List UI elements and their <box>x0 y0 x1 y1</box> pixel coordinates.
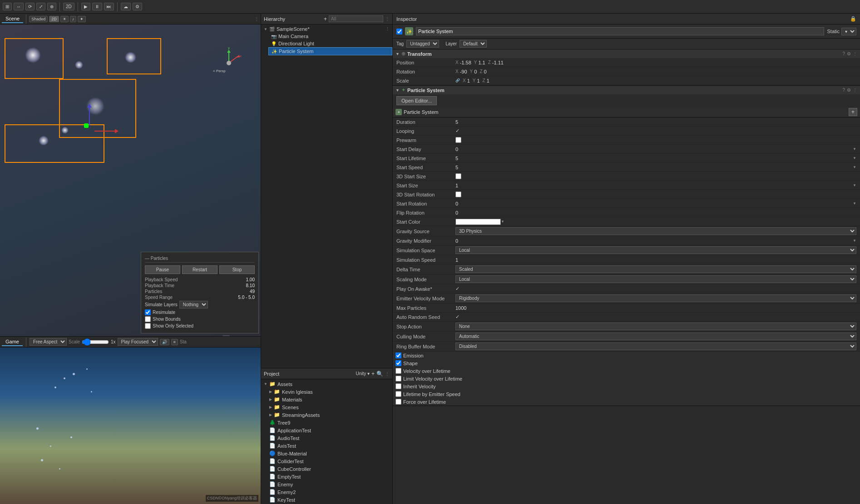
show-only-selected-checkbox[interactable] <box>145 323 151 329</box>
play-mode-select[interactable]: Play Focused <box>118 338 158 346</box>
simulation-space-select[interactable]: Local <box>455 246 856 254</box>
game-tab[interactable]: Game <box>2 338 23 346</box>
toolbar-pause-btn[interactable]: ⏸ <box>92 3 102 10</box>
emission-checkbox[interactable] <box>395 352 401 358</box>
culling-mode-select[interactable]: Automatic <box>455 333 856 340</box>
scene-view[interactable]: Scene Shaded 2D ☀ ♪ ✦ ⋮ <box>0 14 261 336</box>
ps-add-btn[interactable]: + <box>849 108 857 116</box>
start-size-dropdown-icon[interactable]: ▼ <box>853 183 856 187</box>
toolbar-play-btn[interactable]: ▶ <box>81 3 90 10</box>
3d-start-rotation-checkbox[interactable] <box>455 191 461 197</box>
stats-btn[interactable]: ≡ <box>171 339 178 345</box>
aspect-select[interactable]: Free Aspect <box>30 338 67 346</box>
proj-collider[interactable]: 📄 ColliderTest <box>261 457 392 465</box>
velocity-lifetime-section[interactable]: Velocity over Lifetime <box>393 367 860 375</box>
transform-header[interactable]: ▼ ⊕ Transform ? ⚙ ⋮ <box>393 49 860 58</box>
toolbar-rect-btn[interactable]: ⊕ <box>47 3 56 10</box>
object-active-checkbox[interactable] <box>396 29 402 34</box>
proj-kevin[interactable]: ▶ 📁 Kevin Iglesias <box>261 388 392 396</box>
scaling-mode-select[interactable]: Local <box>455 275 856 283</box>
project-unity-label[interactable]: Unity ▾ <box>356 371 370 376</box>
hierarchy-add-btn[interactable]: + <box>324 16 327 22</box>
ps-more-icon[interactable]: ⋮ <box>853 88 857 93</box>
transform-settings-icon[interactable]: ⚙ <box>847 51 851 56</box>
proj-empty[interactable]: 📄 EmptyTest <box>261 473 392 480</box>
start-lifetime-dropdown-icon[interactable]: ▼ <box>853 156 856 160</box>
start-delay-dropdown-icon[interactable]: ▼ <box>853 147 856 151</box>
velocity-lifetime-checkbox[interactable] <box>395 368 401 374</box>
inherit-velocity-checkbox[interactable] <box>395 383 401 389</box>
static-select[interactable]: ▾ <box>841 28 856 35</box>
object-name-input[interactable] <box>416 27 824 35</box>
force-lifetime-section[interactable]: Force over Lifetime <box>393 398 860 406</box>
delta-time-select[interactable]: Scaled <box>455 265 856 273</box>
ps-help-icon[interactable]: ? <box>842 88 845 93</box>
restart-btn[interactable]: Restart <box>182 265 217 274</box>
proj-streaming[interactable]: ▶ 📁 StreamingAssets <box>261 411 392 419</box>
limit-velocity-checkbox[interactable] <box>395 376 401 382</box>
ps-settings-icon[interactable]: ⚙ <box>847 88 851 93</box>
scene-fx-btn[interactable]: ✦ <box>78 16 86 22</box>
proj-tree9[interactable]: 🌲 Tree9 <box>261 419 392 426</box>
proj-enemy2[interactable]: 📄 Enemy2 <box>261 488 392 496</box>
pause-btn[interactable]: Pause <box>145 265 180 274</box>
lifetime-emitter-section[interactable]: Lifetime by Emitter Speed <box>393 390 860 398</box>
hier-item-particle-system[interactable]: ✨ Particle System <box>268 47 392 55</box>
ps-header[interactable]: ▼ ✦ Particle System ? ⚙ ⋮ <box>393 86 860 94</box>
proj-scenes[interactable]: ▶ 📁 Scenes <box>261 403 392 411</box>
project-add-btn[interactable]: + <box>371 371 375 377</box>
limit-velocity-section[interactable]: Limit Velocity over Lifetime <box>393 375 860 382</box>
proj-assets-root[interactable]: ▼ 📁 Assets <box>261 380 392 388</box>
layer-select[interactable]: Default <box>460 40 487 48</box>
hier-item-camera[interactable]: 📷 Main Camera <box>268 33 392 40</box>
proj-keytest[interactable]: 📄 KeyTest <box>261 496 392 504</box>
start-rotation-dropdown-icon[interactable]: ▼ <box>853 201 856 206</box>
scene-light-btn[interactable]: ☀ <box>60 16 69 22</box>
transform-more-icon[interactable]: ⋮ <box>853 51 857 56</box>
start-color-preview[interactable] <box>455 219 501 225</box>
prewarm-checkbox[interactable] <box>455 137 461 143</box>
emission-section[interactable]: Emission <box>393 352 860 359</box>
hierarchy-more-btn[interactable]: ⋮ <box>385 16 390 21</box>
scene-shading-btn[interactable]: Shaded <box>29 16 48 22</box>
proj-cube[interactable]: 📄 CubeController <box>261 465 392 473</box>
scene-tab[interactable]: Scene <box>2 15 23 23</box>
simulate-layers-select[interactable]: Nothing <box>179 301 208 308</box>
proj-audiotest[interactable]: 📄 AudioTest <box>261 434 392 442</box>
toolbar-move-btn[interactable]: ↔ <box>14 3 24 10</box>
inspector-lock-btn[interactable]: 🔒 <box>850 16 856 22</box>
inherit-velocity-section[interactable]: Inherit Velocity <box>393 382 860 390</box>
toolbar-transform-btn[interactable]: ⊞ <box>3 3 12 10</box>
gravity-modifier-dropdown-icon[interactable]: ▼ <box>853 239 856 243</box>
toolbar-2d-btn[interactable]: 2D <box>63 3 74 10</box>
hierarchy-search[interactable] <box>329 15 383 22</box>
resimulate-checkbox[interactable] <box>145 309 151 315</box>
shape-checkbox[interactable] <box>395 360 401 366</box>
stop-btn[interactable]: Stop <box>219 265 255 274</box>
toolbar-settings-btn[interactable]: ⚙ <box>133 3 142 10</box>
gravity-source-select[interactable]: 3D Physics <box>455 227 856 235</box>
scene-audio-btn[interactable]: ♪ <box>70 16 77 22</box>
stop-action-select[interactable]: None <box>455 323 856 330</box>
toolbar-cloud-btn[interactable]: ☁ <box>121 3 131 10</box>
proj-materials[interactable]: ▶ 📁 Materials <box>261 396 392 403</box>
hier-item-light[interactable]: 💡 Directional Light <box>268 40 392 47</box>
transform-help-icon[interactable]: ? <box>842 51 845 56</box>
proj-blue-material[interactable]: 🔵 Blue-Material <box>261 450 392 457</box>
proj-enemy[interactable]: 📄 Enemy <box>261 480 392 488</box>
3d-start-size-checkbox[interactable] <box>455 173 461 179</box>
toolbar-rotate-btn[interactable]: ⟳ <box>25 3 35 10</box>
open-editor-btn[interactable]: Open Editor... <box>396 96 437 105</box>
proj-apptest[interactable]: 📄 ApplicationTest <box>261 426 392 434</box>
scale-slider[interactable] <box>82 338 109 346</box>
scene-2d-btn[interactable]: 2D <box>49 16 59 22</box>
force-lifetime-checkbox[interactable] <box>395 399 401 405</box>
hier-more-scene[interactable]: ⋮ <box>386 27 390 31</box>
mute-btn[interactable]: 🔊 <box>160 339 169 345</box>
toolbar-scale-btn[interactable]: ⤢ <box>36 3 45 10</box>
emitter-velocity-select[interactable]: Rigidbody <box>455 294 856 302</box>
project-more-btn[interactable]: ⋮ <box>385 371 390 376</box>
ring-buffer-select[interactable]: Disabled <box>455 343 856 350</box>
lifetime-emitter-checkbox[interactable] <box>395 391 401 397</box>
toolbar-step-btn[interactable]: ⏭ <box>104 3 114 10</box>
